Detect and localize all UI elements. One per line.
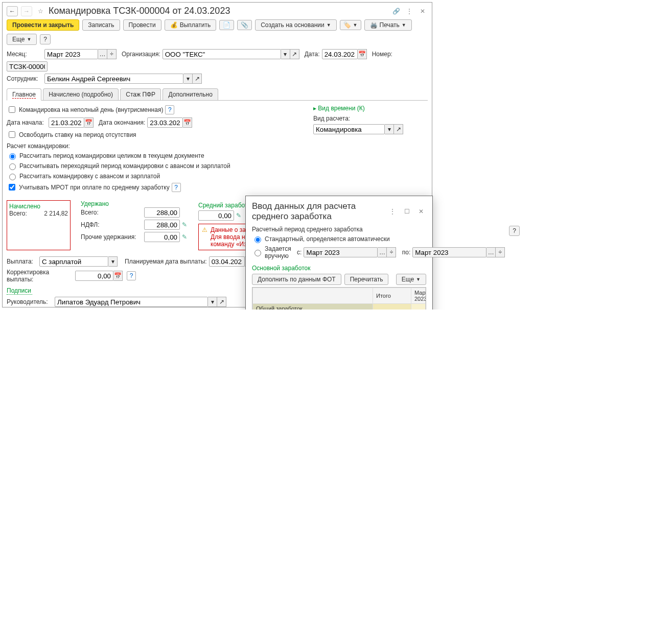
correction-input[interactable]: [75, 271, 113, 281]
favorite-icon[interactable]: ☆: [35, 6, 45, 16]
end-date-input[interactable]: [147, 117, 183, 128]
chevron-down-icon: ▼: [27, 37, 31, 42]
earnings-table-wrap[interactable]: Итого Март 2023 Общий заработокв т.ч. не…: [252, 287, 426, 310]
from-spinner[interactable]: ÷: [387, 247, 396, 257]
org-dropdown-button[interactable]: ▾: [281, 49, 290, 59]
period-header: Расчетный период среднего заработка: [252, 226, 505, 233]
calc-radio-2[interactable]: [9, 163, 16, 170]
help-icon[interactable]: ?: [172, 183, 181, 192]
edit-icon[interactable]: ✎: [182, 221, 187, 228]
signatures-link[interactable]: Подписи: [7, 287, 32, 295]
row-total[interactable]: [373, 304, 411, 310]
withheld-total-label: Всего:: [81, 209, 142, 216]
print-button[interactable]: 🖨️Печать▼: [364, 19, 412, 31]
date-input[interactable]: [322, 49, 358, 59]
link-icon[interactable]: 🔗: [391, 6, 401, 16]
tab-pfr[interactable]: Стаж ПФР: [120, 88, 161, 100]
attach-icon-button[interactable]: 📎: [237, 20, 252, 30]
position-link[interactable]: Генеральный директор: [55, 309, 121, 310]
date-picker-button[interactable]: 📅: [358, 49, 367, 59]
menu-dots-icon[interactable]: ⋮: [387, 206, 398, 217]
end-date-picker[interactable]: 📅: [183, 117, 192, 128]
expand-icon[interactable]: ▸: [313, 105, 316, 112]
post-and-close-button[interactable]: Провести и закрыть: [7, 19, 79, 31]
tab-extra[interactable]: Дополнительно: [163, 88, 218, 100]
close-icon[interactable]: ✕: [416, 206, 426, 217]
month-spinner[interactable]: ÷: [107, 49, 117, 59]
to-picker[interactable]: …: [486, 247, 496, 257]
calc-radio-3[interactable]: [9, 174, 16, 180]
withheld-total-input[interactable]: [144, 207, 180, 218]
from-label: с:: [297, 249, 302, 256]
other-label: Прочие удержания:: [81, 233, 142, 241]
month-picker-button[interactable]: …: [98, 49, 107, 59]
help-button[interactable]: ?: [509, 226, 520, 236]
period-manual-radio[interactable]: [254, 250, 261, 256]
start-date-input[interactable]: [49, 117, 84, 128]
start-date-picker[interactable]: 📅: [84, 117, 94, 128]
post-button[interactable]: Провести: [123, 19, 161, 31]
calc-radio-1[interactable]: [9, 153, 16, 160]
help-button[interactable]: ?: [40, 34, 51, 44]
calc-type-dropdown[interactable]: ▾: [385, 124, 394, 134]
help-icon[interactable]: ?: [165, 105, 174, 114]
to-spinner[interactable]: ÷: [496, 247, 505, 257]
tag-button[interactable]: 🏷️▼: [340, 20, 361, 30]
row-label[interactable]: Общий заработок: [253, 304, 373, 310]
org-label: Организация:: [122, 51, 160, 58]
calc-radio-3-label: Рассчитать командировку с авансом и зарп…: [19, 173, 160, 180]
recalc-button[interactable]: Перечитать: [344, 274, 389, 285]
edit-icon[interactable]: ✎: [236, 212, 241, 219]
ndfl-input[interactable]: [144, 220, 180, 230]
head-open[interactable]: ↗: [217, 297, 226, 307]
title-bar: ← → ☆ Командировка ТСЗК-000004 от 24.03.…: [7, 6, 428, 16]
nav-back-button[interactable]: ←: [7, 6, 18, 16]
accrued-total-value: 2 214,82: [31, 210, 68, 217]
save-button[interactable]: Записать: [82, 19, 120, 31]
other-input[interactable]: [144, 232, 180, 242]
payout-dropdown[interactable]: ▾: [108, 256, 118, 267]
head-input[interactable]: [55, 297, 208, 307]
org-open-button[interactable]: ↗: [290, 49, 299, 59]
time-type-link[interactable]: Вид времени (К): [318, 105, 364, 112]
tab-accrued[interactable]: Начислено (подробно): [43, 88, 119, 100]
month-input[interactable]: [44, 49, 98, 59]
maximize-icon[interactable]: ☐: [402, 206, 412, 217]
calc-type-input[interactable]: [313, 124, 385, 134]
employee-input[interactable]: [44, 74, 183, 84]
mrot-checkbox[interactable]: [9, 184, 15, 191]
payout-input[interactable]: [39, 256, 108, 267]
row-month[interactable]: [411, 304, 426, 310]
tab-main-label: Главное: [12, 91, 36, 99]
planned-date-input[interactable]: [209, 256, 245, 267]
avg-input[interactable]: [198, 210, 234, 221]
create-based-button[interactable]: Создать на основании▼: [255, 19, 336, 31]
doc-icon-button[interactable]: 📄: [219, 20, 234, 30]
free-rate-checkbox[interactable]: [9, 131, 15, 138]
edit-icon[interactable]: ✎: [182, 233, 187, 241]
period-std-label: Стандартный, определяется автоматически: [265, 235, 390, 243]
payout-label: Выплата:: [7, 258, 37, 265]
partial-day-checkbox[interactable]: [9, 106, 15, 113]
menu-dots-icon[interactable]: ⋮: [404, 6, 414, 16]
calc-header: Расчет командировки:: [7, 142, 293, 150]
head-dropdown[interactable]: ▾: [208, 297, 217, 307]
pay-button[interactable]: 💰Выплатить: [165, 19, 217, 31]
from-input: [304, 247, 378, 257]
fill-fot-button[interactable]: Дополнить по данным ФОТ: [252, 274, 341, 285]
calc-type-open[interactable]: ↗: [394, 124, 403, 134]
close-icon[interactable]: ✕: [418, 6, 428, 16]
employee-open-button[interactable]: ↗: [193, 74, 202, 84]
from-picker[interactable]: …: [378, 247, 387, 257]
table-more-button[interactable]: Еще▼: [396, 274, 426, 285]
employee-dropdown-button[interactable]: ▾: [183, 74, 193, 84]
tab-main[interactable]: Главное: [7, 88, 41, 101]
more-button[interactable]: Еще▼: [7, 34, 37, 45]
nav-forward-button[interactable]: →: [21, 6, 32, 16]
period-std-radio[interactable]: [254, 236, 261, 243]
help-icon[interactable]: ?: [127, 271, 136, 280]
accrued-header: Начислено: [9, 203, 68, 210]
org-input[interactable]: [163, 49, 281, 59]
start-date-label: Дата начала:: [7, 119, 47, 126]
correction-picker[interactable]: 📅: [113, 271, 123, 281]
